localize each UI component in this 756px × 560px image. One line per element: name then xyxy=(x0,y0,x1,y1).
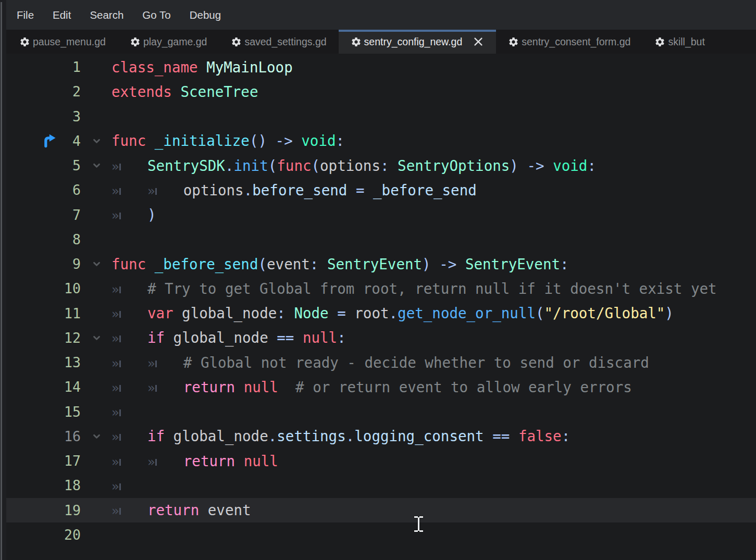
code-text[interactable]: func _initialize() -> void: xyxy=(111,132,344,149)
code-token: == xyxy=(277,329,294,346)
close-tab-button[interactable] xyxy=(473,36,484,47)
gutter[interactable]: 3 xyxy=(6,108,111,125)
code-line[interactable]: 6»»options.before_send = _before_send xyxy=(6,178,756,202)
fold-chevron-icon[interactable] xyxy=(92,259,101,268)
gutter[interactable]: 11 xyxy=(6,305,111,321)
code-line[interactable]: 12»if global_node == null: xyxy=(6,326,756,350)
gutter[interactable]: 16 xyxy=(6,428,111,444)
code-line-current[interactable]: 19»return event xyxy=(6,498,756,522)
code-text[interactable]: func _before_send(event: SentryEvent) ->… xyxy=(111,256,569,272)
line-number: 1 xyxy=(58,59,81,75)
line-number: 5 xyxy=(58,157,81,173)
tab-label: play_game.gd xyxy=(143,36,207,48)
code-text[interactable]: »return event xyxy=(111,502,251,518)
menu-item-search[interactable]: Search xyxy=(84,6,129,24)
gutter[interactable]: 4 xyxy=(6,133,111,149)
gutter[interactable]: 15 xyxy=(6,404,111,420)
tab-skill_but[interactable]: skill_but xyxy=(642,30,716,54)
menu-item-file[interactable]: File xyxy=(11,6,39,24)
code-line[interactable]: 13»»# Global not ready - decide whether … xyxy=(6,350,756,375)
tab-sentry_consent_form-gd[interactable]: sentry_consent_form.gd xyxy=(496,30,642,54)
code-text[interactable]: »»# Global not ready - decide whether to… xyxy=(111,354,649,371)
gutter[interactable]: 2 xyxy=(6,83,111,99)
code-line[interactable]: 2extends SceneTree xyxy=(6,79,756,104)
code-text[interactable]: »»options.before_send = _before_send xyxy=(111,182,477,198)
gutter[interactable]: 18 xyxy=(6,477,111,493)
tab-label: pause_menu.gd xyxy=(33,36,106,48)
gutter[interactable]: 7 xyxy=(6,207,111,223)
gutter[interactable]: 19 xyxy=(6,502,111,518)
code-token: # or return event to allow early errors xyxy=(295,379,632,395)
gutter[interactable]: 13 xyxy=(6,354,111,370)
code-token: ) xyxy=(147,206,156,223)
tab-indent-marker: » xyxy=(111,159,147,174)
code-editor[interactable]: 1class_name MyMainLoop2extends SceneTree… xyxy=(6,54,756,560)
code-text[interactable]: »if global_node == null: xyxy=(111,329,346,346)
fold-chevron-icon[interactable] xyxy=(92,432,101,441)
fold-chevron-icon[interactable] xyxy=(92,161,101,170)
code-token: root xyxy=(346,305,389,321)
gutter[interactable]: 6 xyxy=(6,182,111,198)
code-line[interactable]: 7») xyxy=(6,203,756,227)
code-token xyxy=(278,379,295,395)
code-token: SceneTree xyxy=(180,83,258,100)
code-text[interactable]: »SentrySDK.init(func(options: SentryOpti… xyxy=(111,157,596,174)
code-token: global_node xyxy=(165,329,277,346)
tab-indent-marker: » xyxy=(111,331,147,346)
tab-saved_settings-gd[interactable]: saved_settings.gd xyxy=(219,30,338,54)
code-line[interactable]: 18» xyxy=(6,473,756,497)
code-token: options xyxy=(183,182,244,198)
code-text[interactable]: »»return null # or return event to allow… xyxy=(111,379,632,395)
code-text[interactable]: » xyxy=(111,403,147,420)
gutter[interactable]: 20 xyxy=(6,527,111,543)
code-text[interactable]: class_name MyMainLoop xyxy=(111,59,293,76)
code-token xyxy=(235,453,244,469)
code-line[interactable]: 16»if global_node.settings.logging_conse… xyxy=(6,424,756,449)
code-text[interactable]: »var global_node: Node = root.get_node_o… xyxy=(111,305,674,321)
gutter[interactable]: 9 xyxy=(6,256,111,272)
code-token: init xyxy=(233,157,268,174)
menu-item-go-to[interactable]: Go To xyxy=(137,6,176,24)
code-line[interactable]: 11»var global_node: Node = root.get_node… xyxy=(6,301,756,326)
tab-sentry_config_new-gd[interactable]: sentry_config_new.gd xyxy=(339,30,497,54)
code-line[interactable]: 3 xyxy=(6,104,756,129)
gutter[interactable]: 1 xyxy=(6,59,111,75)
code-line[interactable]: 5»SentrySDK.init(func(options: SentryOpt… xyxy=(6,153,756,178)
code-line[interactable]: 10»# Try to get Global from root, return… xyxy=(6,276,756,301)
code-line[interactable]: 4func _initialize() -> void: xyxy=(6,129,756,153)
code-line[interactable]: 8 xyxy=(6,227,756,252)
code-line[interactable]: 20 xyxy=(6,522,756,547)
code-text[interactable]: »»return null xyxy=(111,453,278,469)
code-token: -> xyxy=(527,157,544,174)
gutter[interactable]: 14 xyxy=(6,379,111,395)
gutter[interactable]: 12 xyxy=(6,330,111,346)
line-number: 2 xyxy=(58,83,81,99)
tab-pause_menu-gd[interactable]: pause_menu.gd xyxy=(7,30,118,54)
code-line[interactable]: 14»»return null # or return event to all… xyxy=(6,375,756,399)
code-token: -> xyxy=(276,132,293,149)
tab-indent-marker: » xyxy=(111,455,147,469)
panel-splitter-line[interactable] xyxy=(1,2,2,560)
gutter[interactable]: 8 xyxy=(6,231,111,247)
code-line[interactable]: 9func _before_send(event: SentryEvent) -… xyxy=(6,252,756,276)
fold-chevron-icon[interactable] xyxy=(92,333,101,342)
code-line[interactable]: 15» xyxy=(6,400,756,424)
code-text[interactable]: »if global_node.settings.logging_consent… xyxy=(111,428,570,444)
code-text[interactable]: »# Try to get Global from root, return n… xyxy=(111,280,717,297)
gutter[interactable]: 10 xyxy=(6,280,111,296)
code-text[interactable]: extends SceneTree xyxy=(111,83,258,100)
code-token: return xyxy=(183,453,235,469)
code-token: ) xyxy=(665,305,674,321)
code-token: MyMainLoop xyxy=(206,59,293,76)
code-text[interactable]: ») xyxy=(111,206,156,223)
menu-item-edit[interactable]: Edit xyxy=(47,6,76,24)
code-text[interactable]: » xyxy=(111,477,147,494)
code-line[interactable]: 17»»return null xyxy=(6,449,756,473)
menu-item-debug[interactable]: Debug xyxy=(184,6,226,24)
tab-indent-marker: » xyxy=(111,307,147,321)
code-line[interactable]: 1class_name MyMainLoop xyxy=(6,55,756,79)
gutter[interactable]: 5 xyxy=(6,157,111,173)
gutter[interactable]: 17 xyxy=(6,453,111,469)
fold-chevron-icon[interactable] xyxy=(92,136,101,145)
tab-play_game-gd[interactable]: play_game.gd xyxy=(118,30,219,54)
